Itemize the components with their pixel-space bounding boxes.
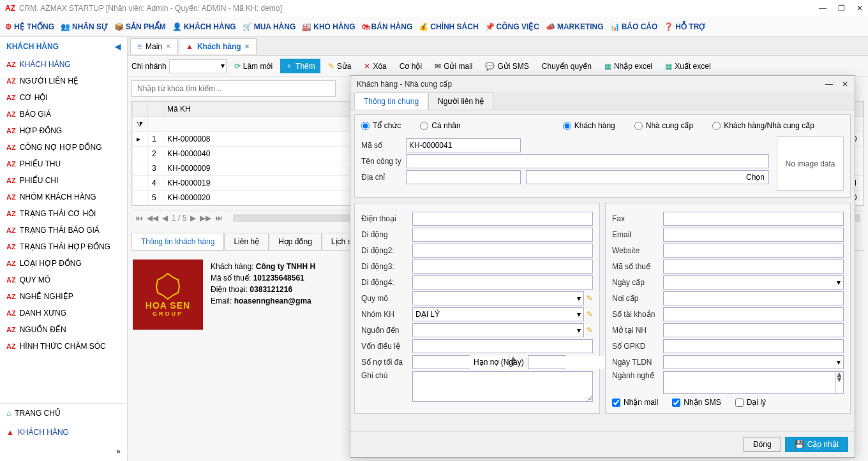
menu-muahang[interactable]: 🛒MUA HÀNG xyxy=(243,22,296,31)
input-didong2[interactable] xyxy=(412,244,593,258)
input-didong[interactable] xyxy=(412,228,593,242)
sidebar-item-5[interactable]: AZCÔNG NỢ HỢP ĐỒNG xyxy=(0,139,127,156)
maximize-icon[interactable]: ❐ xyxy=(838,4,845,13)
menu-chinhsach[interactable]: 💰CHÍNH SÁCH xyxy=(419,22,478,31)
input-tencty[interactable] xyxy=(406,154,769,168)
close-tab-icon[interactable]: × xyxy=(166,42,170,51)
detail-tab-info[interactable]: Thông tin khách hàng xyxy=(131,233,224,250)
btn-dong[interactable]: Đóng xyxy=(744,437,781,452)
menu-congviec[interactable]: 📌CÔNG VIỆC xyxy=(485,22,539,31)
search-input[interactable] xyxy=(131,80,336,97)
sidebar-item-15[interactable]: AZDANH XƯNG xyxy=(0,305,127,321)
sidebar-item-6[interactable]: AZPHIẾU THU xyxy=(0,156,127,172)
sidebar-item-4[interactable]: AZHỢP ĐỒNG xyxy=(0,122,127,139)
dialog-close-icon[interactable]: ✕ xyxy=(842,80,848,89)
sidebar-item-17[interactable]: AZHÌNH THỨC CHĂM SÓC xyxy=(0,338,127,355)
btn-cohoi[interactable]: Cơ hội xyxy=(394,60,427,73)
sidebar-item-10[interactable]: AZTRẠNG THÁI BÁO GIÁ xyxy=(0,222,127,238)
sidebar-item-9[interactable]: AZTRẠNG THÁI CƠ HỘI xyxy=(0,205,127,222)
input-vondl[interactable] xyxy=(412,339,593,353)
radio-tochuc[interactable]: Tổ chức xyxy=(361,121,401,130)
btn-them[interactable]: ＋Thêm xyxy=(280,59,320,73)
input-email[interactable] xyxy=(663,228,844,242)
select-chinhanh[interactable]: ▾ xyxy=(169,59,227,73)
chk-nhansms[interactable]: Nhận SMS xyxy=(672,398,721,407)
sidebar-item-1[interactable]: AZNGƯỜI LIÊN HỆ xyxy=(0,73,127,89)
sidebar-item-11[interactable]: AZTRẠNG THÁI HỢP ĐỒNG xyxy=(0,238,127,255)
date-ngaytldn[interactable]: ▾ xyxy=(663,355,844,369)
btn-nhapexcel[interactable]: ▦Nhập excel xyxy=(599,60,657,73)
sidebar-item-16[interactable]: AZNGUỒN ĐẾN xyxy=(0,321,127,338)
input-maso[interactable] xyxy=(406,138,521,152)
select-nhomkh[interactable]: ĐẠI LÝ▾ xyxy=(412,307,584,321)
input-didong3[interactable] xyxy=(412,260,593,274)
menu-baocao[interactable]: 📊BÁO CÁO xyxy=(610,22,658,31)
input-dienthoai[interactable] xyxy=(412,212,593,226)
input-ghichu[interactable] xyxy=(412,371,593,402)
btn-xoa[interactable]: ✕Xóa xyxy=(359,60,391,73)
menu-marketing[interactable]: 📣MARKETING xyxy=(546,22,604,31)
input-fax[interactable] xyxy=(663,212,844,226)
sidebar-home[interactable]: ⌂TRANG CHỦ xyxy=(0,404,127,423)
select-nguonden[interactable]: ▾ xyxy=(412,323,584,337)
btn-chon-diachi[interactable]: Chọn xyxy=(526,170,769,184)
close-icon[interactable]: ✕ xyxy=(857,4,863,13)
radio-canhan[interactable]: Cá nhân xyxy=(420,121,460,130)
sidebar-item-0[interactable]: AZKHÁCH HÀNG xyxy=(0,56,127,73)
date-ngaycap[interactable]: ▾ xyxy=(663,275,844,289)
menu-khachhang[interactable]: 👤KHÁCH HÀNG xyxy=(172,22,236,31)
radio-kh[interactable]: Khách hàng xyxy=(563,121,615,130)
menu-khohang[interactable]: 🏭KHO HÀNG xyxy=(302,22,355,31)
sidebar-item-3[interactable]: AZBÁO GIÁ xyxy=(0,106,127,122)
detail-tab-hopdong[interactable]: Hợp đồng xyxy=(269,233,322,250)
sidebar-item-13[interactable]: AZQUY MÔ xyxy=(0,272,127,288)
input-noicap[interactable] xyxy=(663,291,844,305)
btn-lammoi[interactable]: ⟳Làm mới xyxy=(229,60,278,73)
btn-xuatexcel[interactable]: ▦Xuất excel xyxy=(660,60,715,73)
col-makh[interactable]: Mã KH xyxy=(163,102,376,117)
chk-nhanmail[interactable]: Nhận mail xyxy=(612,398,658,407)
menu-nhansu[interactable]: 👥NHÂN SỰ xyxy=(61,22,108,31)
collapse-icon[interactable]: ◀ xyxy=(115,42,121,51)
sidebar-item-7[interactable]: AZPHIẾU CHI xyxy=(0,172,127,189)
radio-ncc[interactable]: Nhà cung cấp xyxy=(634,121,693,130)
sidebar-item-2[interactable]: AZCƠ HỘI xyxy=(0,89,127,106)
sidebar-item-14[interactable]: AZNGHỀ NGHIỆP xyxy=(0,288,127,305)
sidebar-item-8[interactable]: AZNHÓM KHÁCH HÀNG xyxy=(0,189,127,205)
tab-main[interactable]: ≡Main× xyxy=(130,38,177,54)
btn-guimail[interactable]: ✉Gửi mail xyxy=(430,60,477,73)
menu-hotro[interactable]: ❓HỖ TRỢ xyxy=(664,22,706,31)
btn-guisms[interactable]: 💬Gửi SMS xyxy=(480,60,534,73)
dialog-tab-nlh[interactable]: Người liên hệ xyxy=(428,92,493,110)
tab-khachhang[interactable]: ▲Khách hàng× xyxy=(179,38,257,54)
input-stk[interactable] xyxy=(663,307,844,321)
nganhnghe-spin[interactable]: ▲▼ xyxy=(835,372,843,393)
menu-sanpham[interactable]: 📦SẢN PHẨM xyxy=(114,22,166,31)
btn-sua[interactable]: ✎Sửa xyxy=(323,60,357,73)
input-website[interactable] xyxy=(663,244,844,258)
input-didong4[interactable] xyxy=(412,275,593,289)
pencil-icon[interactable]: ✎ xyxy=(587,326,593,335)
pencil-icon[interactable]: ✎ xyxy=(587,310,593,319)
pencil-icon[interactable]: ✎ xyxy=(587,294,593,303)
input-mst[interactable] xyxy=(663,260,844,274)
menu-banhang[interactable]: 🛍BÁN HÀNG xyxy=(362,22,413,31)
input-motai[interactable] xyxy=(663,323,844,337)
sidebar-kh[interactable]: ▲KHÁCH HÀNG xyxy=(0,423,127,442)
input-gpkd[interactable] xyxy=(663,339,844,353)
radio-khncc[interactable]: Khách hàng/Nhà cung cấp xyxy=(712,121,814,130)
minimize-icon[interactable]: — xyxy=(819,4,827,13)
btn-capnhat[interactable]: 💾Cập nhật xyxy=(785,437,848,452)
menu-hethong[interactable]: ⚙HỆ THỐNG xyxy=(5,22,54,31)
dialog-minimize-icon[interactable]: — xyxy=(825,80,833,89)
dialog-tab-tt[interactable]: Thông tin chung xyxy=(354,92,428,110)
btn-chuyenquyen[interactable]: Chuyển quyền xyxy=(537,60,597,73)
image-placeholder[interactable]: No image data xyxy=(777,136,844,191)
input-diachi[interactable] xyxy=(406,170,521,184)
chk-daily[interactable]: Đại lý xyxy=(735,398,766,407)
select-quymo[interactable]: ▾ xyxy=(412,291,584,305)
close-tab-icon[interactable]: × xyxy=(245,42,250,51)
sidebar-expand[interactable]: » xyxy=(0,442,127,461)
sidebar-item-12[interactable]: AZLOẠI HỢP ĐỒNG xyxy=(0,255,127,272)
detail-tab-lienhe[interactable]: Liên hệ xyxy=(224,233,269,250)
